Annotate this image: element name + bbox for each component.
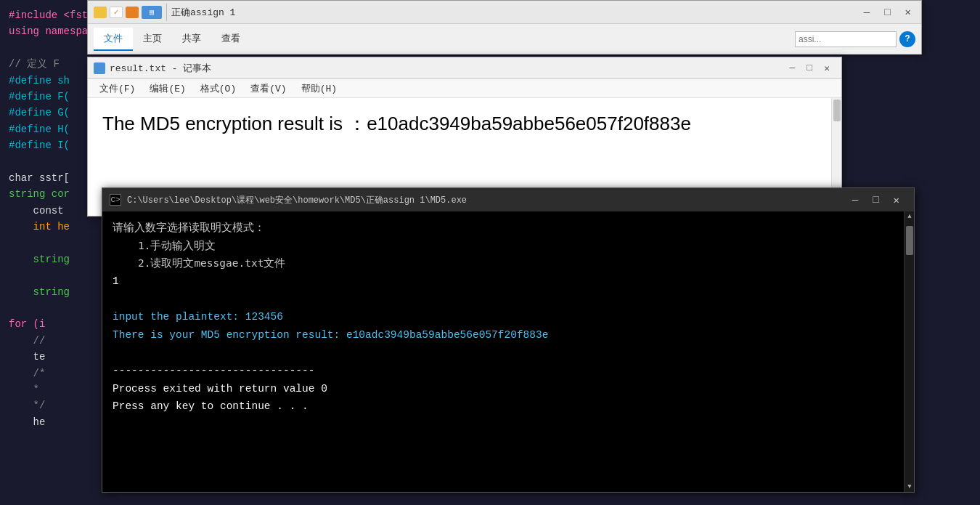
notepad-maximize[interactable]: □ bbox=[801, 61, 818, 75]
notepad-content: The MD5 encryption result is ：e10adc3949… bbox=[88, 98, 841, 150]
window-controls: — □ ✕ bbox=[859, 4, 915, 20]
notepad-titlebar: result.txt - 记事本 — □ ✕ bbox=[88, 57, 841, 79]
cmd-line-7: There is your MD5 encryption result: e10… bbox=[113, 326, 904, 344]
file-explorer-window: ✓ ▤ 正确assign 1 — □ ✕ 文件 主页 共享 查看 ? bbox=[87, 0, 922, 54]
search-input[interactable] bbox=[795, 31, 897, 47]
tab-view[interactable]: 查看 bbox=[211, 28, 250, 51]
ribbon-bar: 文件 主页 共享 查看 ? bbox=[88, 24, 921, 54]
cmd-line-3: 2.读取明文messgae.txt文件 bbox=[113, 254, 904, 272]
cmd-maximize[interactable]: □ bbox=[865, 193, 886, 207]
tab-file[interactable]: 文件 bbox=[94, 28, 133, 51]
menu-format[interactable]: 格式(O) bbox=[193, 81, 243, 97]
cmd-title: C:\Users\lee\Desktop\课程\web安全\homework\M… bbox=[127, 194, 845, 206]
menu-help[interactable]: 帮助(H) bbox=[294, 81, 344, 97]
menu-view[interactable]: 查看(V) bbox=[243, 81, 293, 97]
cmd-line-9: -------------------------------- bbox=[113, 362, 904, 380]
path-display: 正确assign 1 bbox=[171, 6, 859, 19]
cmd-titlebar: C> C:\Users\lee\Desktop\课程\web安全\homewor… bbox=[102, 188, 914, 211]
notepad-icon bbox=[94, 62, 105, 74]
cmd-scrollbar[interactable]: ▲ ▼ bbox=[904, 211, 914, 492]
tab-home[interactable]: 主页 bbox=[133, 28, 172, 51]
notepad-close[interactable]: ✕ bbox=[818, 61, 836, 76]
scroll-up-arrow[interactable]: ▲ bbox=[905, 211, 915, 222]
scroll-thumb bbox=[833, 100, 841, 121]
check-icon: ✓ bbox=[110, 7, 123, 18]
cmd-window: C> C:\Users\lee\Desktop\课程\web安全\homewor… bbox=[102, 187, 915, 493]
cmd-line-1: 请输入数字选择读取明文模式： bbox=[113, 219, 904, 237]
cmd-line-5 bbox=[113, 291, 904, 309]
cmd-icon: C> bbox=[110, 194, 121, 206]
help-button[interactable]: ? bbox=[899, 31, 915, 47]
cmd-line-8 bbox=[113, 344, 904, 362]
close-button[interactable]: ✕ bbox=[901, 4, 915, 20]
cmd-minimize[interactable]: — bbox=[845, 193, 865, 207]
notepad-title: result.txt - 记事本 bbox=[110, 62, 784, 75]
notepad-minimize[interactable]: — bbox=[784, 61, 801, 75]
orange-icon bbox=[126, 7, 139, 18]
notepad-menubar: 文件(F) 编辑(E) 格式(O) 查看(V) 帮助(H) bbox=[88, 79, 841, 98]
folder-icon bbox=[94, 7, 107, 18]
cmd-line-4: 1 bbox=[113, 272, 904, 291]
cmd-close[interactable]: ✕ bbox=[886, 193, 907, 208]
toolbar-icons: ✓ ▤ bbox=[94, 6, 162, 19]
cmd-line-11: Press any key to continue . . . bbox=[113, 397, 904, 416]
minimize-button[interactable]: — bbox=[859, 5, 874, 20]
toolbar-divider bbox=[166, 4, 167, 21]
cmd-scroll-thumb bbox=[906, 226, 913, 255]
maximize-button[interactable]: □ bbox=[880, 5, 894, 20]
scroll-down-arrow[interactable]: ▼ bbox=[905, 482, 915, 492]
scroll-track bbox=[905, 222, 914, 482]
file-explorer-titlebar: ✓ ▤ 正确assign 1 — □ ✕ bbox=[88, 1, 921, 24]
cmd-line-2: 1.手动输入明文 bbox=[113, 237, 904, 255]
cmd-line-6: input the plaintext: 123456 bbox=[113, 308, 904, 326]
cmd-line-10: Process exited with return value 0 bbox=[113, 380, 904, 398]
cmd-body: 请输入数字选择读取明文模式： 1.手动输入明文 2.读取明文messgae.tx… bbox=[102, 211, 914, 423]
menu-file[interactable]: 文件(F) bbox=[92, 81, 142, 97]
search-area: ? bbox=[795, 31, 915, 47]
rename-icon: ▤ bbox=[142, 6, 162, 19]
menu-edit[interactable]: 编辑(E) bbox=[142, 81, 192, 97]
tab-share[interactable]: 共享 bbox=[172, 28, 211, 51]
